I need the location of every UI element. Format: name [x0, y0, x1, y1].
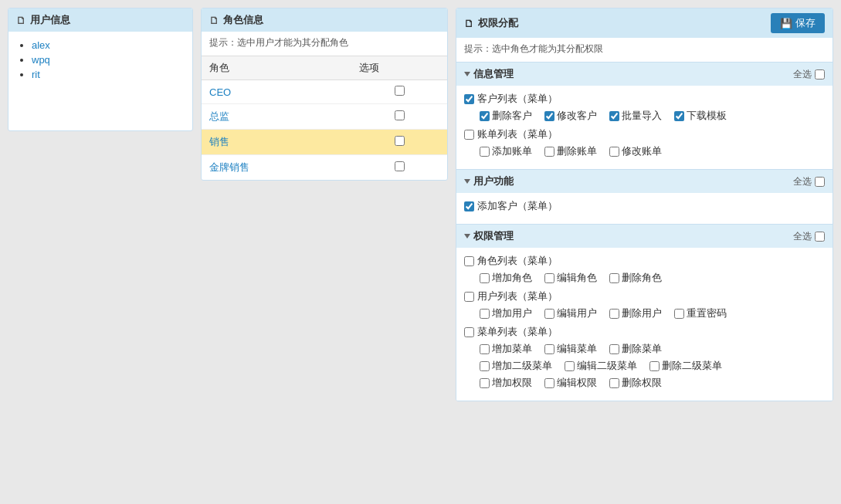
perm-section-body-perm: 角色列表（菜单） 增加角色 编辑角色 删除角色: [456, 248, 833, 401]
perm-sub-item-delete-customer: 删除客户: [480, 109, 532, 123]
perm-checkbox-delete-menu[interactable]: [609, 344, 619, 354]
select-all-user: 全选: [793, 175, 825, 188]
perm-checkbox-delete-user[interactable]: [609, 309, 619, 319]
perm-checkbox-reset-password[interactable]: [674, 309, 684, 319]
perm-checkbox-user-list[interactable]: [464, 292, 474, 302]
perm-sub-items-bill: 添加账单 删除账单 修改账单: [464, 144, 825, 158]
perm-sub-item-add-perm: 增加权限: [480, 376, 532, 390]
perm-label-add-perm: 增加权限: [492, 376, 532, 390]
perm-sub-item-delete-menu: 删除菜单: [609, 342, 662, 356]
role-name-xiaoshou[interactable]: 销售: [209, 136, 229, 147]
user-list-item: rit: [32, 69, 185, 80]
perm-sub-items-menu: 增加菜单 编辑菜单 删除菜单: [464, 342, 825, 356]
perm-section-body-user: 添加客户（菜单）: [456, 193, 833, 224]
perm-checkbox-edit-bill[interactable]: [609, 147, 619, 157]
perm-label-add-role: 增加角色: [492, 271, 532, 285]
perm-sub-items-user-list: 增加用户 编辑用户 删除用户 重置密码: [464, 306, 825, 320]
select-all-perm: 全选: [793, 230, 825, 243]
role-row-zongkang: 总监: [202, 104, 447, 130]
role-checkbox-xiaoshou[interactable]: [395, 136, 405, 146]
select-all-label-perm: 全选: [793, 230, 812, 243]
perm-checkbox-delete-customer[interactable]: [480, 111, 490, 121]
role-panel-header: 🗋 角色信息: [202, 8, 447, 32]
perm-label-role-list: 角色列表（菜单）: [477, 254, 558, 268]
role-name-ceo[interactable]: CEO: [209, 86, 231, 98]
select-all-label-info: 全选: [793, 68, 812, 81]
perm-checkbox-add-role[interactable]: [480, 273, 490, 283]
perm-sub-items-submenu: 增加二级菜单 编辑二级菜单 删除二级菜单: [464, 359, 825, 373]
select-all-checkbox-user[interactable]: [815, 177, 825, 187]
perm-checkbox-add-bill[interactable]: [480, 147, 490, 157]
perm-checkbox-edit-perm[interactable]: [544, 378, 554, 388]
perm-panel-title: 权限分配: [478, 16, 518, 30]
perm-checkbox-edit-user[interactable]: [544, 309, 554, 319]
role-checkbox-zongkan[interactable]: [395, 110, 405, 120]
collapse-icon-perm: [464, 234, 470, 238]
perm-checkbox-add-perm[interactable]: [480, 378, 490, 388]
select-all-info: 全选: [793, 68, 825, 81]
perm-checkbox-role-list[interactable]: [464, 256, 474, 266]
perm-checkbox-delete-perm[interactable]: [609, 378, 619, 388]
perm-sub-item-reset-password: 重置密码: [674, 306, 727, 320]
perm-label-add-submenu: 增加二级菜单: [492, 359, 552, 373]
perm-checkbox-add-user[interactable]: [480, 309, 490, 319]
perm-sub-item-edit-customer: 修改客户: [544, 109, 597, 123]
perm-checkbox-add-menu[interactable]: [480, 344, 490, 354]
perm-section-body-info: 客户列表（菜单） 删除客户 修改客户 批量导入: [456, 86, 833, 169]
perm-label-delete-customer: 删除客户: [492, 109, 532, 123]
role-name-jinpai[interactable]: 金牌销售: [209, 161, 249, 173]
perm-checkbox-edit-submenu[interactable]: [565, 361, 575, 371]
perm-label-delete-role: 删除角色: [622, 271, 662, 285]
role-name-zongkan[interactable]: 总监: [209, 110, 229, 122]
perm-section-header-info[interactable]: 信息管理 全选: [456, 62, 833, 86]
user-link-alex[interactable]: alex: [32, 39, 50, 51]
user-link-wpq[interactable]: wpq: [32, 54, 50, 66]
perm-checkbox-delete-role[interactable]: [609, 273, 619, 283]
user-panel-icon: 🗋: [16, 15, 26, 26]
perm-sub-item-delete-role: 删除角色: [609, 271, 662, 285]
user-panel-body: alex wpq rit: [8, 32, 192, 91]
role-checkbox-ceo[interactable]: [395, 86, 405, 96]
perm-sub-items-perm: 增加权限 编辑权限 删除权限: [464, 376, 825, 390]
perm-section-header-user[interactable]: 用户功能 全选: [456, 169, 833, 193]
perm-checkbox-add-submenu[interactable]: [480, 361, 490, 371]
perm-panel: 🗋 权限分配 💾 保存 提示：选中角色才能为其分配权限 信息管理 全选: [456, 8, 833, 401]
perm-checkbox-add-customer-menu[interactable]: [464, 201, 474, 211]
perm-sub-item-delete-submenu: 删除二级菜单: [649, 359, 722, 373]
perm-checkbox-customer-list[interactable]: [464, 94, 474, 104]
section-title-info: 信息管理: [464, 67, 514, 81]
perm-item-customer-list: 客户列表（菜单） 删除客户 修改客户 批量导入: [464, 92, 825, 123]
user-link-rit[interactable]: rit: [32, 69, 40, 80]
perm-sub-item-delete-perm: 删除权限: [609, 376, 662, 390]
perm-checkbox-download-template[interactable]: [674, 111, 684, 121]
perm-checkbox-delete-bill[interactable]: [544, 147, 554, 157]
save-button[interactable]: 💾 保存: [771, 13, 825, 33]
perm-label-delete-submenu: 删除二级菜单: [662, 359, 722, 373]
perm-sub-item-edit-user: 编辑用户: [544, 306, 597, 320]
perm-checkbox-batch-import[interactable]: [609, 111, 619, 121]
perm-checkbox-edit-role[interactable]: [544, 273, 554, 283]
perm-sub-item-edit-bill: 修改账单: [609, 144, 662, 158]
perm-checkbox-bill-list[interactable]: [464, 130, 474, 140]
perm-section-header-perm[interactable]: 权限管理 全选: [456, 224, 833, 248]
select-all-checkbox-info[interactable]: [815, 69, 825, 79]
perm-label-edit-customer: 修改客户: [557, 109, 597, 123]
select-all-checkbox-perm[interactable]: [815, 232, 825, 242]
perm-sub-item-delete-user: 删除用户: [609, 306, 662, 320]
role-row-ceo: CEO: [202, 80, 447, 104]
perm-item-label-user-list: 用户列表（菜单）: [464, 289, 825, 303]
role-checkbox-jinpai[interactable]: [395, 161, 405, 171]
perm-checkbox-delete-submenu[interactable]: [649, 361, 660, 371]
perm-checkbox-edit-customer[interactable]: [544, 111, 554, 121]
perm-label-add-customer-menu: 添加客户（菜单）: [477, 199, 558, 213]
perm-checkbox-menu-list[interactable]: [464, 327, 474, 337]
perm-item-menu-list: 菜单列表（菜单） 增加菜单 编辑菜单 删除菜单: [464, 325, 825, 390]
perm-item-add-customer-menu: 添加客户（菜单）: [464, 199, 825, 213]
perm-checkbox-edit-menu[interactable]: [544, 344, 554, 354]
perm-panel-icon: 🗋: [464, 18, 474, 29]
role-table-header-row: 角色 选项: [202, 56, 447, 80]
user-panel-title: 用户信息: [30, 13, 70, 27]
user-list: alex wpq rit: [16, 39, 185, 80]
perm-label-edit-perm: 编辑权限: [557, 376, 597, 390]
role-row-jinpai: 金牌销售: [202, 155, 447, 181]
